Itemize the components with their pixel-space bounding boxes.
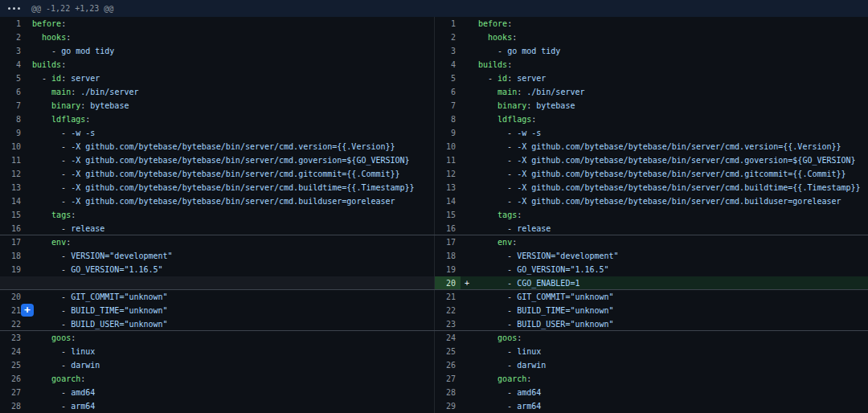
diff-marker [461,386,478,399]
line-number[interactable]: 18 [435,249,461,263]
diff-marker [461,72,478,85]
diff-row: 1before:1before: [0,17,868,31]
old-file-cell: 8 ldflags: [0,112,434,126]
line-number[interactable]: 3 [0,44,26,58]
code-line: - arm64 [32,399,434,413]
code-token-key: id [497,74,507,83]
line-number[interactable]: 10 [0,140,26,153]
expand-hunk-button[interactable] [0,0,27,17]
code-token-key: builds [32,60,61,69]
line-number[interactable]: 28 [0,399,26,413]
line-number[interactable]: 13 [435,181,461,194]
code-token-key: main [497,88,517,96]
add-comment-button[interactable]: + [21,304,34,317]
diff-marker [461,181,478,194]
old-file-cell: 26 goarch: [0,372,434,386]
line-number[interactable]: 5 [435,72,461,85]
line-number[interactable]: 19 [435,263,461,276]
line-number[interactable]: 15 [435,208,461,222]
code-token-str: -X github.com/bytebase/bytebase/bin/serv… [517,170,845,178]
code-line: - -X github.com/bytebase/bytebase/bin/se… [32,153,434,167]
line-number[interactable]: 13 [0,181,26,194]
code-line: binary: bytebase [32,99,434,112]
line-number[interactable]: 6 [0,85,26,99]
code-token-key: env [497,238,512,247]
new-file-cell: 29 - arm64 [434,399,868,413]
line-number[interactable]: 28 [435,386,461,399]
line-number[interactable]: 17 [0,235,26,249]
code-token-key: builds [478,60,507,69]
line-number[interactable]: 8 [0,112,26,126]
diff-row: 18 - VERSION="development"18 - VERSION="… [0,249,868,263]
code-line: - -X github.com/bytebase/bytebase/bin/se… [32,140,434,153]
code-token-pln: - [32,170,71,178]
line-number[interactable]: 7 [435,99,461,112]
diff-marker [26,44,32,58]
line-number[interactable]: 14 [435,194,461,208]
code-token-pln: : [507,60,512,69]
code-token-pln: - [478,292,517,301]
diff-marker [26,85,32,99]
diff-row: 28 - arm6429 - arm64 [0,399,868,413]
line-number[interactable]: 6 [435,85,461,99]
line-number[interactable]: 26 [0,372,26,386]
line-number[interactable]: 16 [0,222,26,235]
line-number[interactable]: 7 [0,99,26,112]
code-token-str: -X github.com/bytebase/bytebase/bin/serv… [71,183,414,192]
line-number[interactable]: 25 [435,345,461,358]
new-file-cell: 5 - id: server [434,72,868,85]
line-number[interactable]: 21 [435,290,461,304]
code-token-key: main [51,88,71,96]
code-token-str: go mod tidy [507,47,560,55]
line-number[interactable]: 10 [435,140,461,153]
line-number[interactable]: 9 [0,126,26,140]
diff-marker [461,17,478,31]
line-number[interactable]: 17 [435,235,461,249]
line-number[interactable]: 27 [435,372,461,386]
line-number[interactable]: 3 [435,44,461,58]
diff-marker [461,317,478,330]
line-number[interactable]: 20 [0,290,26,304]
line-number[interactable]: 12 [435,167,461,181]
line-number[interactable]: 24 [435,331,461,345]
line-number[interactable]: 23 [0,331,26,345]
line-number[interactable]: 18 [0,249,26,263]
code-line: - BUILD_USER="unknown" [32,317,434,330]
diff-row: 21 - BUILD_TIME="unknown"+22 - BUILD_TIM… [0,304,868,317]
line-number[interactable]: 24 [0,345,26,358]
line-number[interactable]: 11 [0,153,26,167]
line-number[interactable]: 9 [435,126,461,140]
diff-row: 22 - BUILD_USER="unknown"23 - BUILD_USER… [0,317,868,331]
line-number[interactable]: 19 [0,263,26,276]
code-line: hooks: [32,31,434,44]
line-number[interactable]: 11 [435,153,461,167]
line-number[interactable]: 29 [435,399,461,413]
code-token-pln: - [478,306,517,315]
line-number[interactable]: 20 [435,276,461,289]
line-number[interactable]: 4 [0,58,26,72]
line-number[interactable]: 14 [0,194,26,208]
line-number[interactable]: 22 [435,304,461,317]
line-number[interactable]: 16 [435,222,461,235]
line-number[interactable]: 25 [0,358,26,372]
code-token-str: -X github.com/bytebase/bytebase/bin/serv… [71,156,409,165]
diff-marker [26,126,32,140]
code-line: main: ./bin/server [32,85,434,99]
line-number[interactable]: 23 [435,317,461,330]
line-number[interactable]: 22 [0,317,26,330]
line-number[interactable]: 1 [435,17,461,31]
line-number[interactable]: 2 [0,31,26,44]
diff-rows: 1before:1before:2 hooks:2 hooks:3 - go m… [0,17,868,413]
code-line: - BUILD_TIME="unknown" [478,304,868,317]
line-number[interactable]: 27 [0,386,26,399]
code-token-str: VERSION="development" [71,251,172,260]
line-number[interactable]: 5 [0,72,26,85]
new-file-cell: 13 - -X github.com/bytebase/bytebase/bin… [434,181,868,194]
line-number[interactable]: 4 [435,58,461,72]
line-number[interactable]: 12 [0,167,26,181]
line-number[interactable]: 8 [435,112,461,126]
line-number[interactable]: 15 [0,208,26,222]
line-number[interactable]: 26 [435,358,461,372]
line-number[interactable]: 1 [0,17,26,31]
line-number[interactable]: 2 [435,31,461,44]
